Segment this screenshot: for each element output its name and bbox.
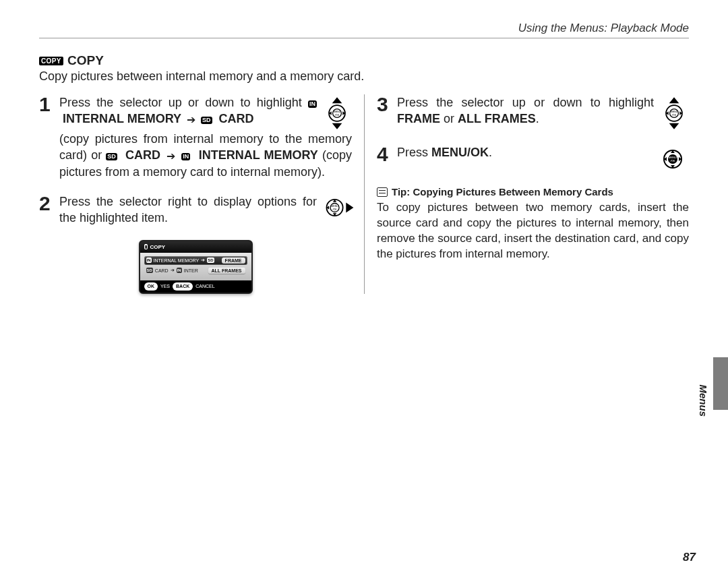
mock-option-all-frames: ALL FRAMES bbox=[208, 268, 245, 274]
sd-chip-icon: SD bbox=[146, 268, 153, 273]
header-rule bbox=[39, 38, 689, 38]
sd-chip-icon: SD bbox=[106, 153, 117, 160]
mock-row-selected: IN INTERNAL MEMORY ➔ SD FRAME bbox=[144, 256, 247, 265]
svg-text:/OK: /OK bbox=[332, 208, 337, 211]
in-chip-icon: IN bbox=[146, 258, 152, 263]
side-tab bbox=[713, 357, 728, 410]
selector-right-icon: MENU /OK bbox=[322, 193, 352, 226]
step-number: 4 bbox=[377, 144, 392, 173]
svg-marker-16 bbox=[669, 97, 679, 103]
section-intro: Copy pictures between internal memory an… bbox=[39, 69, 689, 84]
svg-text:/OK: /OK bbox=[672, 114, 677, 117]
step-2: 2 Press the selector right to display op… bbox=[39, 193, 352, 226]
breadcrumb: Using the Menus: Playback Mode bbox=[39, 22, 689, 35]
svg-text:MENU: MENU bbox=[331, 205, 338, 208]
label-internal-memory: INTERNAL MEMORY bbox=[195, 148, 318, 162]
copy-mini-icon: ▮ bbox=[144, 244, 148, 249]
camera-screen-mock: ▮ COPY IN INTERNAL MEMORY ➔ SD FRAME SD … bbox=[139, 240, 253, 294]
step-number: 1 bbox=[39, 94, 54, 180]
section-title: COPY bbox=[67, 53, 104, 68]
label-internal-memory: INTERNAL MEMORY bbox=[59, 112, 181, 125]
svg-marker-15 bbox=[346, 203, 353, 213]
svg-marker-23 bbox=[669, 123, 679, 129]
selector-ok-icon: MENU /OK bbox=[659, 144, 689, 173]
step-1: 1 Press the selector up or down to highl… bbox=[39, 94, 352, 180]
side-section-label: Menus bbox=[698, 384, 709, 417]
step-number: 2 bbox=[39, 193, 54, 226]
svg-text:/OK: /OK bbox=[335, 114, 340, 117]
sd-chip-icon: SD bbox=[201, 117, 212, 124]
step-3: 3 Press the selector up or down to highl… bbox=[377, 94, 689, 131]
in-chip-icon: IN bbox=[308, 100, 317, 108]
label-card: CARD bbox=[121, 148, 160, 162]
step-1-part1: Press the selector up or down to highlig… bbox=[59, 96, 308, 109]
label-card: CARD bbox=[216, 112, 254, 125]
step-number: 3 bbox=[377, 94, 392, 131]
label-all-frames: ALL FRAMES bbox=[458, 112, 536, 125]
label-menu-ok: MENU/OK bbox=[431, 146, 489, 159]
note-icon bbox=[377, 187, 388, 197]
svg-marker-0 bbox=[332, 97, 342, 103]
mock-title: COPY bbox=[150, 244, 166, 250]
tip-title: Tip: Copying Pictures Between Memory Car… bbox=[392, 186, 613, 198]
label-frame: FRAME bbox=[397, 112, 440, 125]
step-4-part1: Press bbox=[397, 146, 431, 159]
mock-row: SD CARD ➔ IN INTER ALL FRAMES bbox=[144, 266, 247, 275]
arrow-right-icon: ➔ bbox=[166, 150, 175, 162]
svg-marker-7 bbox=[332, 123, 342, 129]
in-chip-icon: IN bbox=[181, 153, 190, 160]
step-3-part2: or bbox=[444, 112, 458, 125]
step-3-part1: Press the selector up or down to highlig… bbox=[397, 96, 654, 109]
svg-text:MENU: MENU bbox=[671, 111, 678, 113]
svg-text:/OK: /OK bbox=[671, 159, 675, 162]
copy-badge-icon: COPY bbox=[39, 57, 63, 65]
section-heading: COPY COPY bbox=[39, 53, 689, 68]
ok-pill: OK bbox=[144, 282, 158, 291]
mock-cancel: CANCEL bbox=[195, 284, 214, 289]
arrow-right-icon: ➔ bbox=[187, 114, 195, 125]
mock-yes: YES bbox=[160, 284, 170, 289]
page-number: 87 bbox=[683, 551, 696, 564]
sd-chip-icon: SD bbox=[207, 258, 214, 263]
mock-option-frame: FRAME bbox=[222, 258, 245, 264]
selector-updown-icon: MENU /OK bbox=[659, 94, 689, 131]
step-4: 4 Press MENU/OK. MENU /OK bbox=[377, 144, 689, 173]
tip-body: To copy pictures between two memory card… bbox=[377, 200, 689, 262]
in-chip-icon: IN bbox=[177, 268, 182, 273]
tip-heading: Tip: Copying Pictures Between Memory Car… bbox=[377, 186, 689, 198]
selector-updown-icon: MENU /OK bbox=[322, 94, 352, 131]
step-2-text: Press the selector right to display opti… bbox=[59, 193, 317, 226]
svg-text:MENU: MENU bbox=[334, 111, 341, 113]
back-pill: BACK bbox=[173, 282, 193, 291]
